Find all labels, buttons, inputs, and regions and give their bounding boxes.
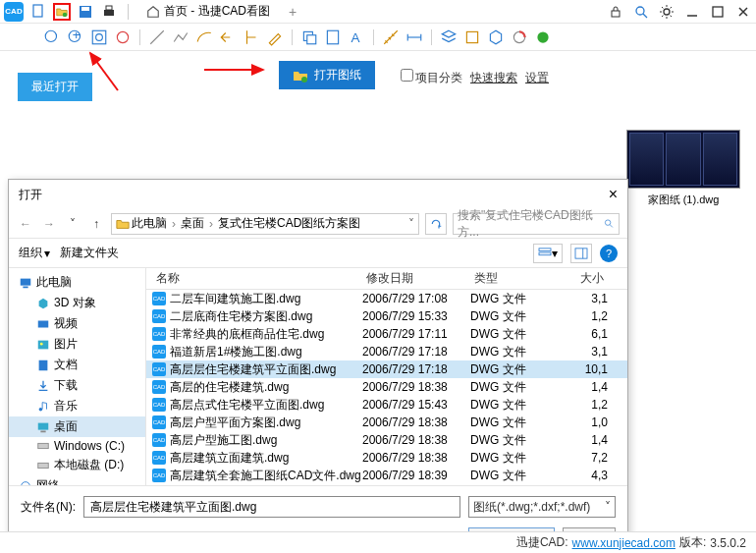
project-class-checkbox[interactable]: 项目分类 [401, 69, 462, 86]
crumb-seg[interactable]: 此电脑 [132, 215, 167, 232]
tree-item[interactable]: 此电脑 [9, 272, 145, 293]
file-row[interactable]: CAD非常经典的底框商品住宅.dwg2006/7/29 17:11DWG 文件6… [146, 325, 627, 343]
file-row[interactable]: CAD高层户型平面方案图.dwg2006/7/29 18:38DWG 文件1,0 [146, 414, 627, 431]
nav-recent-icon[interactable]: ˅ [64, 215, 81, 233]
file-row[interactable]: CAD福道新居1#楼施工图.dwg2006/7/29 17:18DWG 文件3,… [146, 343, 627, 360]
file-type: DWG 文件 [470, 397, 559, 414]
new-file-icon[interactable] [29, 3, 47, 21]
3d-icon[interactable] [487, 28, 505, 46]
file-row[interactable]: CAD高层的住宅楼建筑.dwg2006/7/29 18:38DWG 文件1,4 [146, 378, 627, 396]
svg-rect-41 [38, 340, 49, 349]
footer-url-link[interactable]: www.xunjiecad.com [572, 536, 675, 550]
tree-item[interactable]: 桌面 [9, 416, 145, 437]
organize-menu[interactable]: 组织 ▾ [19, 245, 50, 261]
svg-point-29 [301, 77, 307, 83]
save-icon[interactable] [77, 3, 94, 21]
lock-icon[interactable] [607, 3, 624, 21]
col-date[interactable]: 修改日期 [362, 270, 470, 287]
svg-line-8 [643, 14, 647, 18]
tree-item[interactable]: 视频 [9, 313, 145, 334]
file-icon: CAD [152, 398, 166, 412]
text-icon[interactable]: A [348, 28, 365, 46]
recent-open-button[interactable]: 最近打开 [18, 73, 92, 101]
file-type: DWG 文件 [470, 468, 559, 484]
minimize-icon[interactable] [683, 3, 701, 21]
gear-icon[interactable] [658, 3, 675, 21]
file-icon: CAD [152, 362, 166, 376]
file-filter-select[interactable]: 图纸(*.dwg;*.dxf;*.dwf)˅ [468, 496, 616, 518]
refresh-icon[interactable] [425, 213, 447, 235]
line-tool-icon[interactable] [148, 28, 166, 46]
zoom-extent-icon[interactable] [90, 28, 108, 46]
tab-home[interactable]: 首页 - 迅捷CAD看图 [138, 0, 278, 24]
separator [128, 4, 129, 20]
breadcrumb[interactable]: 此电脑› 桌面› 复式住宅楼CAD图纸方案图 ˅ [111, 213, 419, 235]
nav-up-icon[interactable]: ↑ [87, 215, 105, 233]
copy-icon[interactable] [300, 28, 318, 46]
dimension-icon[interactable] [405, 28, 423, 46]
file-row[interactable]: CAD高层建筑全套施工图纸CAD文件.dwg2006/7/29 18:39DWG… [146, 467, 627, 484]
redo-icon[interactable] [243, 28, 260, 46]
settings-link[interactable]: 设置 [525, 70, 549, 86]
home-icon [146, 5, 160, 19]
undo-icon[interactable] [219, 28, 237, 46]
file-date: 2006/7/29 17:18 [362, 362, 470, 376]
file-size: 1,4 [559, 433, 608, 447]
thumbnail-image [626, 130, 740, 189]
recent-thumbnail[interactable]: 家图纸 (1).dwg [626, 130, 740, 207]
dialog-close-icon[interactable]: × [609, 186, 618, 203]
pan-icon[interactable] [114, 28, 132, 46]
col-name[interactable]: 名称 [152, 270, 362, 287]
file-row[interactable]: CAD二层车间建筑施工图.dwg2006/7/29 17:08DWG 文件3,1 [146, 290, 627, 307]
tree-item[interactable]: 本地磁盘 (D:) [9, 455, 145, 475]
print-icon[interactable] [100, 3, 118, 21]
nav-back-icon[interactable]: ← [17, 215, 34, 233]
polyline-tool-icon[interactable] [172, 28, 189, 46]
tree-item[interactable]: 网络 [9, 475, 145, 485]
svg-line-30 [90, 53, 118, 90]
tree-item[interactable]: 图片 [9, 334, 145, 355]
plot-icon[interactable] [534, 28, 552, 46]
file-row[interactable]: CAD高层层住宅楼建筑平立面图.dwg2006/7/29 17:18DWG 文件… [146, 360, 627, 378]
tree-label: Windows (C:) [54, 439, 125, 453]
zoom-icon[interactable] [632, 3, 650, 21]
crumb-seg[interactable]: 复式住宅楼CAD图纸方案图 [218, 215, 360, 232]
view-mode-button[interactable]: ▾ [533, 244, 563, 263]
help-icon[interactable]: ? [600, 245, 618, 262]
col-type[interactable]: 类型 [470, 270, 559, 287]
layer-icon[interactable] [440, 28, 458, 46]
add-tab-button[interactable]: + [284, 3, 301, 21]
close-icon[interactable] [734, 3, 752, 21]
maximize-icon[interactable] [709, 3, 727, 21]
annotation-arrow [200, 63, 269, 77]
filename-input[interactable] [83, 496, 460, 518]
paste-icon[interactable] [324, 28, 342, 46]
zoom-fit-icon[interactable]: + [67, 28, 84, 46]
color-icon[interactable] [511, 28, 528, 46]
col-size[interactable]: 大小 [559, 270, 608, 287]
tree-item[interactable]: 3D 对象 [9, 293, 145, 313]
edit-icon[interactable] [266, 28, 284, 46]
open-drawing-button[interactable]: 打开图纸 [279, 61, 375, 89]
tree-item[interactable]: 音乐 [9, 396, 145, 416]
tree-icon [36, 359, 50, 372]
arc-tool-icon[interactable] [195, 28, 213, 46]
preview-pane-button[interactable] [570, 244, 592, 263]
search-input[interactable]: 搜索"复式住宅楼CAD图纸方... [453, 213, 620, 235]
block-icon[interactable] [463, 28, 481, 46]
tree-item[interactable]: 下载 [9, 375, 145, 396]
file-row[interactable]: CAD高层户型施工图.dwg2006/7/29 18:38DWG 文件1,4 [146, 431, 627, 449]
file-row[interactable]: CAD二层底商住宅楼方案图.dwg2006/7/29 15:33DWG 文件1,… [146, 307, 627, 325]
open-file-icon[interactable] [53, 3, 71, 21]
file-row[interactable]: CAD高层点式住宅楼平立面图.dwg2006/7/29 15:43DWG 文件1… [146, 396, 627, 414]
quick-search-link[interactable]: 快速搜索 [470, 70, 517, 86]
file-row[interactable]: CAD高层建筑立面建筑.dwg2006/7/29 18:38DWG 文件7,2 [146, 449, 627, 467]
crumb-seg[interactable]: 桌面 [181, 215, 204, 232]
file-icon: CAD [152, 469, 166, 482]
new-folder-button[interactable]: 新建文件夹 [60, 245, 119, 261]
measure-icon[interactable] [382, 28, 400, 46]
tree-item[interactable]: 文档 [9, 355, 145, 375]
tree-item[interactable]: Windows (C:) [9, 437, 145, 455]
zoom-window-icon[interactable] [43, 28, 61, 46]
svg-rect-0 [33, 5, 42, 17]
